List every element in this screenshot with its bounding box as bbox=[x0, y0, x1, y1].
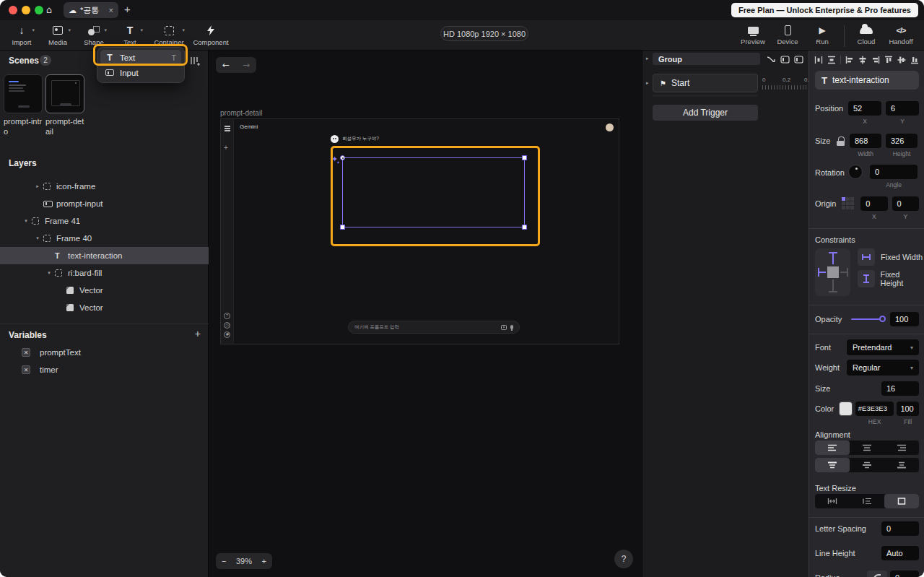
chevron-down-icon[interactable]: ▾ bbox=[32, 27, 35, 33]
align-center-horizontal-button[interactable] bbox=[858, 55, 868, 65]
add-trigger-button[interactable]: Add Trigger bbox=[653, 105, 758, 121]
rotation-angle-input[interactable]: 0 bbox=[870, 165, 918, 179]
timeline-ruler[interactable]: 0 0.2 0. bbox=[762, 77, 808, 90]
layer-row-vector-1[interactable]: Vector bbox=[0, 282, 209, 299]
component-tool-button[interactable]: Component bbox=[192, 22, 230, 46]
easing-curve-button[interactable] bbox=[766, 54, 776, 64]
zoom-in-button[interactable]: + bbox=[262, 557, 266, 565]
layer-row-frame-40[interactable]: ▾ Frame 40 bbox=[0, 230, 209, 247]
align-left-button[interactable] bbox=[845, 55, 855, 65]
font-weight-select[interactable]: Regular ▾ bbox=[847, 360, 919, 376]
distribute-vertical-button[interactable] bbox=[827, 55, 837, 65]
container-tool-button[interactable]: ▾ Container bbox=[150, 22, 188, 46]
selection-handle-bottom-right[interactable] bbox=[522, 225, 527, 230]
forward-arrow-button[interactable]: → bbox=[243, 60, 250, 70]
minimize-window-button[interactable] bbox=[22, 6, 30, 14]
group-header[interactable]: Group bbox=[653, 53, 760, 65]
home-icon[interactable]: ⌂ bbox=[46, 4, 52, 15]
align-bottom-button[interactable] bbox=[910, 55, 920, 65]
opacity-slider[interactable] bbox=[851, 318, 883, 320]
origin-y-input[interactable]: 0 bbox=[892, 196, 919, 211]
size-height-input[interactable]: 326 bbox=[886, 134, 918, 148]
chevron-down-icon[interactable]: ▾ bbox=[68, 27, 71, 33]
scene-name-prompt-intro[interactable]: prompt-intro bbox=[4, 117, 45, 137]
menu-item-input[interactable]: Input bbox=[100, 65, 181, 80]
position-x-input[interactable]: 52 bbox=[848, 101, 881, 116]
lock-aspect-icon[interactable] bbox=[837, 136, 845, 146]
canvas-size-button[interactable]: HD 1080p 1920 × 1080 bbox=[440, 26, 528, 41]
variable-row-promptText[interactable]: ✕ promptText bbox=[0, 344, 209, 361]
media-tool-button[interactable]: ▾ Media bbox=[42, 22, 74, 46]
run-button[interactable]: ▶ Run bbox=[806, 22, 838, 45]
layer-row-frame-41[interactable]: ▾ Frame 41 bbox=[0, 212, 209, 230]
expander-expanded-icon[interactable]: ▾ bbox=[43, 270, 55, 276]
color-hex-input[interactable]: #E3E3E3 bbox=[855, 402, 894, 416]
resize-fixed-button[interactable] bbox=[884, 494, 919, 508]
free-plan-banner[interactable]: Free Plan — Unlock Enterprise & Pro feat… bbox=[731, 3, 918, 17]
constraints-widget[interactable] bbox=[815, 248, 850, 296]
resize-auto-width-button[interactable] bbox=[815, 494, 850, 508]
font-family-select[interactable]: Pretendard ▾ bbox=[847, 339, 919, 355]
layer-row-icon-frame[interactable]: ▸ icon-frame bbox=[0, 178, 209, 195]
scene-list-view-icon[interactable] bbox=[189, 55, 201, 66]
scene-name-prompt-detail[interactable]: prompt-detail bbox=[45, 117, 87, 137]
fixed-width-toggle[interactable] bbox=[858, 248, 875, 266]
fixed-height-toggle[interactable] bbox=[858, 270, 875, 287]
handoff-button[interactable]: </> Handoff bbox=[885, 22, 917, 45]
start-trigger[interactable]: ⚑ Start bbox=[653, 74, 758, 92]
selection-handle-top-left[interactable] bbox=[340, 155, 345, 160]
rotation-dial[interactable] bbox=[848, 165, 863, 179]
opacity-input[interactable]: 100 bbox=[890, 312, 919, 326]
color-fill-input[interactable]: 100 bbox=[897, 402, 919, 416]
layer-row-vector-2[interactable]: Vector bbox=[0, 299, 209, 316]
device-button[interactable]: Device bbox=[772, 22, 803, 45]
group-expander-icon[interactable]: ▸ bbox=[646, 56, 649, 61]
document-tab[interactable]: ☁ *공통 × bbox=[64, 2, 118, 18]
distribute-horizontal-button[interactable] bbox=[814, 55, 824, 65]
add-variable-button[interactable]: + bbox=[195, 328, 201, 339]
text-align-middle-button[interactable] bbox=[850, 458, 884, 472]
close-tab-icon[interactable]: × bbox=[109, 6, 113, 14]
menu-item-text[interactable]: T Text T bbox=[100, 50, 181, 65]
align-middle-vertical-button[interactable] bbox=[897, 55, 907, 65]
text-align-left-button[interactable] bbox=[815, 441, 850, 455]
color-swatch[interactable] bbox=[839, 402, 853, 416]
letter-spacing-input[interactable]: 0 bbox=[881, 521, 919, 536]
text-align-top-button[interactable] bbox=[815, 458, 850, 472]
layer-row-text-interaction[interactable]: T text-interaction bbox=[0, 247, 209, 264]
import-tool-button[interactable]: ↓ ▾ Import bbox=[6, 22, 38, 46]
selection-handle-bottom-left[interactable] bbox=[340, 225, 345, 230]
scene-frame-label[interactable]: prompt-detail bbox=[220, 109, 262, 117]
text-align-center-button[interactable] bbox=[850, 441, 884, 455]
text-align-bottom-button[interactable] bbox=[884, 458, 919, 472]
canvas-area[interactable]: ← → prompt-detail + ? ◷ ✱ Gemini 희성우가 누구… bbox=[209, 51, 642, 577]
origin-grid-selector[interactable] bbox=[842, 197, 855, 210]
position-y-input[interactable]: 6 bbox=[886, 101, 919, 116]
align-right-button[interactable] bbox=[871, 55, 881, 65]
size-width-input[interactable]: 868 bbox=[850, 134, 881, 148]
panel-layout-button-1[interactable] bbox=[780, 54, 790, 64]
radius-mode-button[interactable] bbox=[867, 571, 887, 577]
panel-layout-button-2[interactable] bbox=[793, 54, 803, 64]
shape-tool-button[interactable]: ▾ Shape bbox=[78, 22, 110, 46]
expander-collapsed-icon[interactable]: ▸ bbox=[32, 183, 43, 189]
align-top-button[interactable] bbox=[884, 55, 894, 65]
chevron-down-icon[interactable]: ▾ bbox=[104, 27, 107, 33]
scene-thumbnail-prompt-intro[interactable] bbox=[4, 74, 43, 113]
origin-x-input[interactable]: 0 bbox=[860, 196, 887, 211]
cloud-button[interactable]: Cloud bbox=[850, 22, 882, 45]
zoom-level[interactable]: 39% bbox=[236, 557, 252, 565]
radius-input[interactable]: 0 bbox=[890, 571, 919, 577]
new-tab-button[interactable]: + bbox=[124, 3, 131, 15]
font-size-input[interactable]: 16 bbox=[881, 381, 919, 396]
selection-handle-top-right[interactable] bbox=[522, 155, 527, 160]
chevron-down-icon[interactable]: ▾ bbox=[140, 27, 143, 33]
text-align-right-button[interactable] bbox=[884, 441, 919, 455]
resize-auto-height-button[interactable] bbox=[850, 494, 884, 508]
expander-expanded-icon[interactable]: ▾ bbox=[32, 235, 43, 241]
variable-row-timer[interactable]: ✕ timer bbox=[0, 361, 209, 378]
close-window-button[interactable] bbox=[9, 6, 17, 14]
scene-frame[interactable]: + ? ◷ ✱ Gemini 희성우가 누구야? ✦✦ bbox=[220, 118, 619, 344]
chevron-down-icon[interactable]: ▾ bbox=[182, 27, 185, 33]
zoom-window-button[interactable] bbox=[35, 6, 43, 14]
